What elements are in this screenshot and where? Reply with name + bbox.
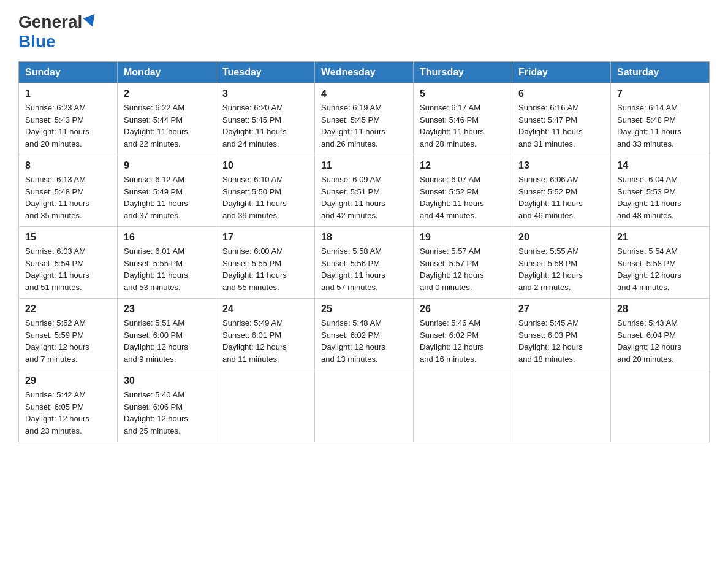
logo-general-text: General <box>18 12 82 32</box>
calendar-cell: 5Sunrise: 6:17 AMSunset: 5:46 PMDaylight… <box>414 83 512 155</box>
day-info: Sunrise: 6:20 AMSunset: 5:45 PMDaylight:… <box>222 102 308 150</box>
day-info: Sunrise: 6:03 AMSunset: 5:54 PMDaylight:… <box>25 245 111 293</box>
day-info: Sunrise: 5:49 AMSunset: 6:01 PMDaylight:… <box>222 317 308 365</box>
calendar-cell: 13Sunrise: 6:06 AMSunset: 5:52 PMDayligh… <box>512 155 611 227</box>
calendar-cell: 7Sunrise: 6:14 AMSunset: 5:48 PMDaylight… <box>611 83 710 155</box>
calendar-cell: 28Sunrise: 5:43 AMSunset: 6:04 PMDayligh… <box>611 299 710 370</box>
calendar-cell: 3Sunrise: 6:20 AMSunset: 5:45 PMDaylight… <box>216 83 315 155</box>
calendar-cell <box>315 370 414 442</box>
day-info: Sunrise: 6:19 AMSunset: 5:45 PMDaylight:… <box>321 102 407 150</box>
day-info: Sunrise: 6:23 AMSunset: 5:43 PMDaylight:… <box>25 102 111 150</box>
logo-line2: Blue <box>18 32 56 52</box>
calendar-table: SundayMondayTuesdayWednesdayThursdayFrid… <box>18 61 710 442</box>
day-info: Sunrise: 5:55 AMSunset: 5:58 PMDaylight:… <box>518 245 604 293</box>
calendar-cell: 20Sunrise: 5:55 AMSunset: 5:58 PMDayligh… <box>512 227 611 299</box>
day-number: 6 <box>518 88 604 99</box>
day-number: 28 <box>617 304 703 315</box>
calendar-row-3: 15Sunrise: 6:03 AMSunset: 5:54 PMDayligh… <box>19 227 710 299</box>
calendar-cell: 10Sunrise: 6:10 AMSunset: 5:50 PMDayligh… <box>216 155 315 227</box>
day-info: Sunrise: 6:07 AMSunset: 5:52 PMDaylight:… <box>420 174 506 221</box>
day-info: Sunrise: 5:46 AMSunset: 6:02 PMDaylight:… <box>420 317 506 365</box>
day-number: 5 <box>420 88 506 99</box>
calendar-cell: 17Sunrise: 6:00 AMSunset: 5:55 PMDayligh… <box>216 227 315 299</box>
day-number: 25 <box>321 304 407 315</box>
weekday-header-tuesday: Tuesday <box>216 62 315 83</box>
day-number: 30 <box>124 375 210 386</box>
day-number: 7 <box>617 88 703 99</box>
day-number: 27 <box>518 304 604 315</box>
day-number: 21 <box>617 232 703 243</box>
day-number: 29 <box>25 375 111 386</box>
day-info: Sunrise: 5:48 AMSunset: 6:02 PMDaylight:… <box>321 317 407 365</box>
calendar-row-5: 29Sunrise: 5:42 AMSunset: 6:05 PMDayligh… <box>19 370 710 442</box>
day-info: Sunrise: 6:13 AMSunset: 5:48 PMDaylight:… <box>25 174 111 221</box>
day-info: Sunrise: 6:16 AMSunset: 5:47 PMDaylight:… <box>518 102 604 150</box>
weekday-header-row: SundayMondayTuesdayWednesdayThursdayFrid… <box>19 62 710 83</box>
weekday-header-saturday: Saturday <box>611 62 710 83</box>
day-number: 1 <box>25 88 111 99</box>
day-info: Sunrise: 5:57 AMSunset: 5:57 PMDaylight:… <box>420 245 506 293</box>
day-number: 23 <box>124 304 210 315</box>
day-number: 14 <box>617 160 703 171</box>
day-info: Sunrise: 6:10 AMSunset: 5:50 PMDaylight:… <box>222 174 308 221</box>
day-info: Sunrise: 6:06 AMSunset: 5:52 PMDaylight:… <box>518 174 604 221</box>
day-info: Sunrise: 5:40 AMSunset: 6:06 PMDaylight:… <box>124 389 210 437</box>
calendar-cell: 25Sunrise: 5:48 AMSunset: 6:02 PMDayligh… <box>315 299 414 370</box>
calendar-cell: 1Sunrise: 6:23 AMSunset: 5:43 PMDaylight… <box>19 83 118 155</box>
calendar-row-4: 22Sunrise: 5:52 AMSunset: 5:59 PMDayligh… <box>19 299 710 370</box>
day-number: 2 <box>124 88 210 99</box>
weekday-header-friday: Friday <box>512 62 611 83</box>
day-info: Sunrise: 5:52 AMSunset: 5:59 PMDaylight:… <box>25 317 111 365</box>
calendar-cell <box>611 370 710 442</box>
calendar-cell: 18Sunrise: 5:58 AMSunset: 5:56 PMDayligh… <box>315 227 414 299</box>
calendar-cell: 19Sunrise: 5:57 AMSunset: 5:57 PMDayligh… <box>414 227 512 299</box>
calendar-cell: 22Sunrise: 5:52 AMSunset: 5:59 PMDayligh… <box>19 299 118 370</box>
calendar-cell: 26Sunrise: 5:46 AMSunset: 6:02 PMDayligh… <box>414 299 512 370</box>
weekday-header-monday: Monday <box>118 62 216 83</box>
day-number: 3 <box>222 88 308 99</box>
calendar-cell: 8Sunrise: 6:13 AMSunset: 5:48 PMDaylight… <box>19 155 118 227</box>
day-number: 19 <box>420 232 506 243</box>
weekday-header-wednesday: Wednesday <box>315 62 414 83</box>
day-info: Sunrise: 6:01 AMSunset: 5:55 PMDaylight:… <box>124 245 210 293</box>
day-info: Sunrise: 5:51 AMSunset: 6:00 PMDaylight:… <box>124 317 210 365</box>
day-info: Sunrise: 6:00 AMSunset: 5:55 PMDaylight:… <box>222 245 308 293</box>
day-number: 22 <box>25 304 111 315</box>
day-info: Sunrise: 6:12 AMSunset: 5:49 PMDaylight:… <box>124 174 210 221</box>
calendar-cell: 23Sunrise: 5:51 AMSunset: 6:00 PMDayligh… <box>118 299 216 370</box>
calendar-cell: 21Sunrise: 5:54 AMSunset: 5:58 PMDayligh… <box>611 227 710 299</box>
day-info: Sunrise: 5:54 AMSunset: 5:58 PMDaylight:… <box>617 245 703 293</box>
calendar-cell: 6Sunrise: 6:16 AMSunset: 5:47 PMDaylight… <box>512 83 611 155</box>
logo-area: General Blue <box>18 12 97 52</box>
calendar-cell: 16Sunrise: 6:01 AMSunset: 5:55 PMDayligh… <box>118 227 216 299</box>
calendar-cell <box>216 370 315 442</box>
logo-triangle-icon <box>83 14 99 29</box>
day-number: 9 <box>124 160 210 171</box>
day-number: 10 <box>222 160 308 171</box>
day-number: 4 <box>321 88 407 99</box>
calendar-cell <box>512 370 611 442</box>
day-number: 15 <box>25 232 111 243</box>
day-info: Sunrise: 6:14 AMSunset: 5:48 PMDaylight:… <box>617 102 703 150</box>
day-info: Sunrise: 5:42 AMSunset: 6:05 PMDaylight:… <box>25 389 111 437</box>
calendar-cell: 30Sunrise: 5:40 AMSunset: 6:06 PMDayligh… <box>118 370 216 442</box>
calendar-cell: 15Sunrise: 6:03 AMSunset: 5:54 PMDayligh… <box>19 227 118 299</box>
calendar-row-2: 8Sunrise: 6:13 AMSunset: 5:48 PMDaylight… <box>19 155 710 227</box>
day-info: Sunrise: 6:22 AMSunset: 5:44 PMDaylight:… <box>124 102 210 150</box>
day-number: 26 <box>420 304 506 315</box>
calendar-cell <box>414 370 512 442</box>
day-info: Sunrise: 5:45 AMSunset: 6:03 PMDaylight:… <box>518 317 604 365</box>
day-number: 13 <box>518 160 604 171</box>
calendar-cell: 29Sunrise: 5:42 AMSunset: 6:05 PMDayligh… <box>19 370 118 442</box>
header: General Blue <box>18 12 710 52</box>
logo-line1: General <box>18 12 97 32</box>
calendar-row-1: 1Sunrise: 6:23 AMSunset: 5:43 PMDaylight… <box>19 83 710 155</box>
day-number: 16 <box>124 232 210 243</box>
day-info: Sunrise: 6:09 AMSunset: 5:51 PMDaylight:… <box>321 174 407 221</box>
day-number: 11 <box>321 160 407 171</box>
calendar-cell: 2Sunrise: 6:22 AMSunset: 5:44 PMDaylight… <box>118 83 216 155</box>
day-number: 18 <box>321 232 407 243</box>
calendar-cell: 14Sunrise: 6:04 AMSunset: 5:53 PMDayligh… <box>611 155 710 227</box>
day-info: Sunrise: 6:04 AMSunset: 5:53 PMDaylight:… <box>617 174 703 221</box>
calendar-cell: 12Sunrise: 6:07 AMSunset: 5:52 PMDayligh… <box>414 155 512 227</box>
